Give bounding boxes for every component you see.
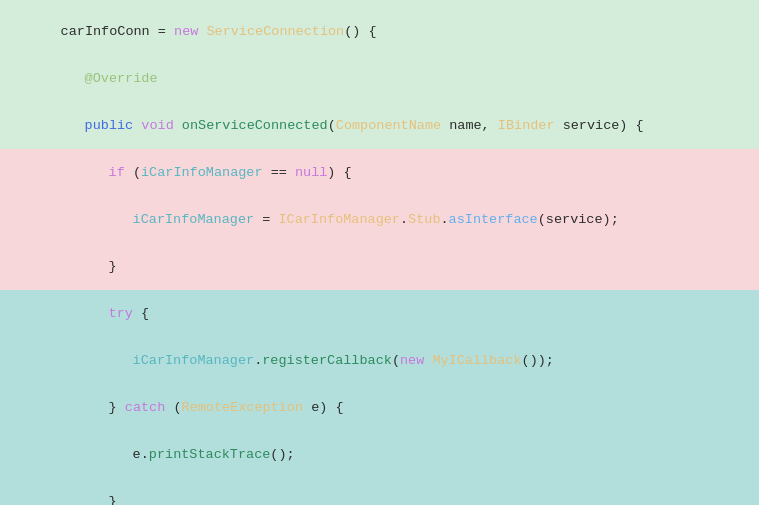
- token-new: new: [174, 24, 198, 39]
- token-printStackTrace: printStackTrace: [149, 447, 271, 462]
- token-onServiceConnected: onServiceConnected: [182, 118, 328, 133]
- code-line-3: public void onServiceConnected(Component…: [0, 102, 759, 149]
- token-void-1: void: [141, 118, 173, 133]
- token-registerCallback: registerCallback: [262, 353, 392, 368]
- token-RemoteException: RemoteException: [182, 400, 304, 415]
- token-Stub: Stub: [408, 212, 440, 227]
- code-line-11: }: [0, 478, 759, 505]
- token-carInfoConn: carInfoConn: [61, 24, 150, 39]
- token-iCarInfoManager-2: iCarInfoManager: [133, 212, 255, 227]
- code-line-7: try {: [0, 290, 759, 337]
- code-line-4: if (iCarInfoManager == null) {: [0, 149, 759, 196]
- token-e: e: [133, 447, 141, 462]
- token-null: null: [295, 165, 327, 180]
- token-ServiceConnection: ServiceConnection: [206, 24, 344, 39]
- code-line-6: }: [0, 243, 759, 290]
- token-catch: catch: [125, 400, 166, 415]
- code-line-8: iCarInfoManager.registerCallback(new MyI…: [0, 337, 759, 384]
- code-line-1: carInfoConn = new ServiceConnection() {: [0, 8, 759, 55]
- code-line-9: } catch (RemoteException e) {: [0, 384, 759, 431]
- token-asInterface: asInterface: [449, 212, 538, 227]
- token-try: try: [109, 306, 133, 321]
- token-iCarInfoManager-3: iCarInfoManager: [133, 353, 255, 368]
- token-public-1: public: [85, 118, 134, 133]
- token-ComponentName-1: ComponentName: [336, 118, 441, 133]
- token-ICarInfoManager: ICarInfoManager: [278, 212, 400, 227]
- token-MyICallback: MyICallback: [432, 353, 521, 368]
- token-if: if: [109, 165, 125, 180]
- code-line-10: e.printStackTrace();: [0, 431, 759, 478]
- code-editor: carInfoConn = new ServiceConnection() { …: [0, 0, 759, 505]
- token-iCarInfoManager-1: iCarInfoManager: [141, 165, 263, 180]
- token-IBinder: IBinder: [498, 118, 555, 133]
- code-line-2: @Override: [0, 55, 759, 102]
- token-override-1: @Override: [85, 71, 158, 86]
- token-new-2: new: [400, 353, 424, 368]
- code-line-5: iCarInfoManager = ICarInfoManager.Stub.a…: [0, 196, 759, 243]
